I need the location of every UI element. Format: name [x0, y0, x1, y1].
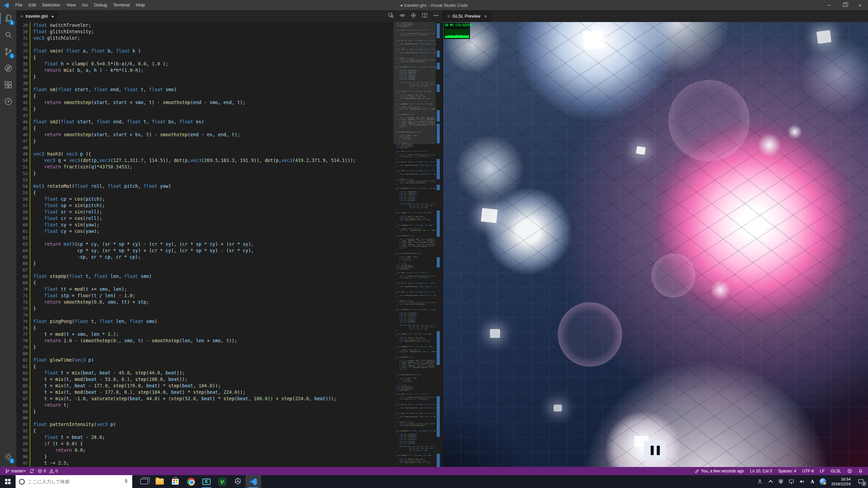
- restore-button[interactable]: [837, 0, 852, 10]
- code-line[interactable]: 41 return smoothstep(start, start + smo,…: [16, 99, 393, 106]
- explorer-icon[interactable]: 1: [0, 10, 16, 27]
- code-line[interactable]: 97 t -= 2.5;: [16, 460, 393, 466]
- code-line[interactable]: 77 t = mod(t + smo, len * 2.);: [16, 331, 393, 338]
- code-line[interactable]: 70 float tt = mod(t += smo, len);: [16, 286, 393, 292]
- preview-close-icon[interactable]: ×: [484, 13, 487, 19]
- code-line[interactable]: 58 float sr = sin(roll);: [16, 209, 393, 215]
- vim-icon[interactable]: V: [214, 475, 230, 488]
- menu-edit[interactable]: Edit: [25, 0, 39, 10]
- menu-help[interactable]: Help: [133, 0, 148, 10]
- code-line[interactable]: 55{: [16, 189, 393, 196]
- code-line[interactable]: 34{: [16, 54, 393, 61]
- tab-traveler-glsl[interactable]: ≡ traveler.glsl ●: [16, 10, 58, 22]
- more-actions-icon[interactable]: [433, 13, 439, 20]
- pause-button[interactable]: [644, 441, 666, 460]
- code-line[interactable]: 57 float sp = sin(pitch);: [16, 202, 393, 209]
- unity-icon[interactable]: [230, 475, 245, 488]
- notifications-bell-icon[interactable]: [856, 469, 865, 473]
- code-line[interactable]: 38: [16, 80, 393, 86]
- code-line[interactable]: 68float stepUp(float t, float len, float…: [16, 273, 393, 280]
- microphone-icon[interactable]: [123, 478, 129, 485]
- code-line[interactable]: 84 t = mix(t, mod(beat - 53.0, 8.), step…: [16, 376, 393, 383]
- tab-glsl-preview[interactable]: ≡ GLSL Preview ×: [443, 10, 491, 22]
- code-line[interactable]: 44float sm2(float start, float end, floa…: [16, 119, 393, 125]
- code-line[interactable]: 90: [16, 415, 393, 421]
- code-line[interactable]: 48: [16, 144, 393, 151]
- code-line[interactable]: 86 t = mix(t, mod(beat - 177.0, 8.), ste…: [16, 389, 393, 395]
- code-line[interactable]: 95 return 0.0;: [16, 447, 393, 453]
- code-line[interactable]: 42}: [16, 106, 393, 112]
- extensions-icon[interactable]: [0, 77, 16, 93]
- code-line[interactable]: 65 -sp, sr * cp, cr * cp);: [16, 254, 393, 260]
- search-icon[interactable]: [0, 27, 16, 43]
- code-line[interactable]: 49vec3 hash3( vec3 p ){: [16, 151, 393, 157]
- code-line[interactable]: 78 return 1.0 - (smoothstep(0., smo, t) …: [16, 338, 393, 344]
- code-line[interactable]: 66}: [16, 260, 393, 267]
- split-editor-icon[interactable]: [422, 13, 428, 20]
- code-line[interactable]: 46 return smoothstep(start, start + bs, …: [16, 131, 393, 138]
- language-mode[interactable]: GLSL: [829, 469, 843, 473]
- code-line[interactable]: 91float patternIntensity(vec3 p): [16, 421, 393, 428]
- code-line[interactable]: 85 t = mix(t, beat - 177.0, step(176.0, …: [16, 383, 393, 389]
- code-line[interactable]: 54mat3 rotateMat(float roll, float pitch…: [16, 183, 393, 189]
- code-line[interactable]: 63 return mat3(cp * cy, (sr * sp * cy) -…: [16, 241, 393, 247]
- taskbar-clock[interactable]: 16:54 2018/12/24: [828, 477, 854, 486]
- code-line[interactable]: 69{: [16, 280, 393, 286]
- code-line[interactable]: 96 }: [16, 453, 393, 460]
- feedback-smiley-icon[interactable]: [846, 469, 854, 473]
- open-preview-icon[interactable]: [388, 13, 394, 20]
- code-line[interactable]: 76{: [16, 325, 393, 331]
- action-center-icon[interactable]: 2: [854, 475, 868, 488]
- start-button[interactable]: [0, 475, 16, 488]
- minimap-slider[interactable]: [393, 22, 436, 144]
- code-line[interactable]: 36 return mix( b, a, h ) - k*h*(1.0-h);: [16, 67, 393, 74]
- code-line[interactable]: 29float switchTraveler;: [16, 22, 393, 28]
- code-line[interactable]: 64 cp * sy, (sr * sp * sy) + (cr * cy), …: [16, 247, 393, 254]
- eol-status[interactable]: LF: [818, 469, 826, 473]
- code-line[interactable]: 67: [16, 267, 393, 273]
- modified-dot-icon[interactable]: ●: [52, 14, 54, 18]
- taskbar-search[interactable]: [16, 475, 132, 488]
- code-line[interactable]: 74: [16, 312, 393, 318]
- code-line[interactable]: 40{: [16, 93, 393, 99]
- cursor-position[interactable]: Ln 10, Col 3: [748, 469, 774, 473]
- last-modified-status[interactable]: You, a few seconds ago: [693, 469, 746, 473]
- glsl-canvas-icon[interactable]: [411, 13, 416, 20]
- code-line[interactable]: 89}: [16, 408, 393, 415]
- code-line[interactable]: 32: [16, 41, 393, 48]
- settings-gear-icon[interactable]: 1: [0, 448, 16, 465]
- menu-go[interactable]: Go: [79, 0, 91, 10]
- vscode-taskbar-icon[interactable]: [245, 475, 261, 488]
- code-line[interactable]: 53: [16, 177, 393, 183]
- display-settings-icon[interactable]: [786, 475, 796, 488]
- git-branch-status[interactable]: master+: [3, 469, 28, 473]
- code-line[interactable]: 50 vec3 q = vec3(dot(p,vec3(127.1,311.7,…: [16, 157, 393, 164]
- code-line[interactable]: 79}: [16, 344, 393, 350]
- code-line[interactable]: 61 float cy = cos(yaw);: [16, 228, 393, 235]
- code-line[interactable]: 52}: [16, 170, 393, 177]
- sync-status[interactable]: [28, 469, 36, 473]
- code-line[interactable]: 83 float t = mix(beat, beat - 45.0, step…: [16, 370, 393, 376]
- code-line[interactable]: 71 float stp = floor(t / len) - 1.0;: [16, 292, 393, 299]
- encoding-status[interactable]: UTF-8: [801, 469, 815, 473]
- code-line[interactable]: 45{: [16, 125, 393, 131]
- stats-ms-panel[interactable]: 50 MS (13-11274): [444, 23, 470, 39]
- code-line[interactable]: 92{: [16, 428, 393, 434]
- code-line[interactable]: 47}: [16, 138, 393, 144]
- code-line[interactable]: 33float smin( float a, float b, float k …: [16, 48, 393, 54]
- file-explorer-icon[interactable]: [152, 475, 167, 488]
- source-control-icon[interactable]: 1: [0, 43, 16, 60]
- errors-status[interactable]: 0: [36, 469, 48, 473]
- search-input[interactable]: [28, 479, 120, 484]
- code-line[interactable]: 93 float t = beat - 28.0;: [16, 434, 393, 441]
- code-line[interactable]: 51 return fract(sin(q)*43758.5453);: [16, 164, 393, 170]
- code-line[interactable]: 87 t = mix(t, -1.0, saturate(step(beat, …: [16, 395, 393, 402]
- tray-expand-chevron-icon[interactable]: [765, 475, 775, 488]
- code-line[interactable]: 82{: [16, 363, 393, 370]
- minimap[interactable]: float switchTraveler;float glitchIntensi…: [393, 22, 436, 467]
- menu-file[interactable]: File: [12, 0, 25, 10]
- show-preview-eye-icon[interactable]: [399, 13, 405, 20]
- code-line[interactable]: 73}: [16, 305, 393, 312]
- debug-icon[interactable]: [0, 60, 16, 77]
- dropbox-icon[interactable]: [775, 475, 786, 488]
